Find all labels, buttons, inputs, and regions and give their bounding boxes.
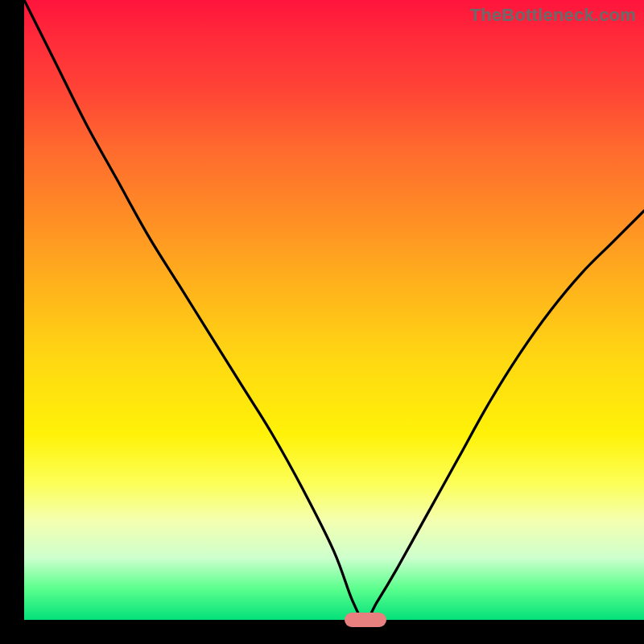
plot-area: TheBottleneck.com <box>24 0 644 620</box>
chart-frame: TheBottleneck.com <box>0 0 644 644</box>
bottleneck-curve <box>24 0 644 620</box>
optimal-marker <box>345 613 386 627</box>
curve-path <box>24 0 644 620</box>
